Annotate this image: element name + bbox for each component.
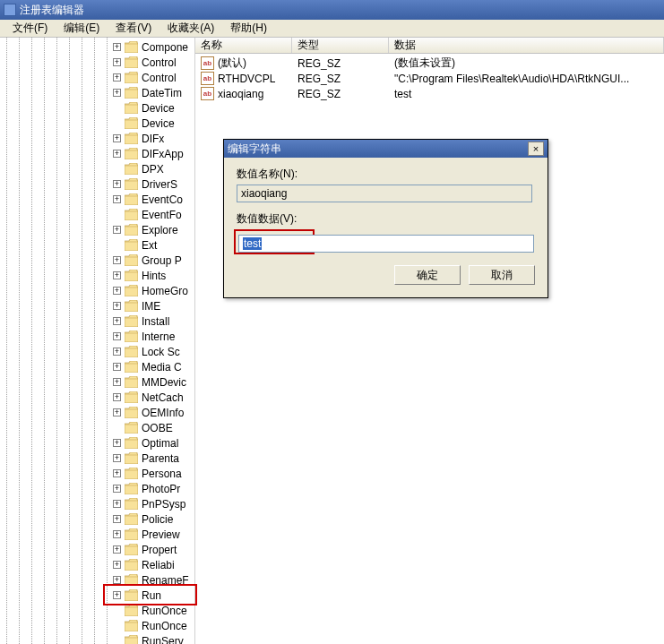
tree-item[interactable]: +IME [0,298,194,313]
menu-file[interactable]: 文件(F) [5,19,55,38]
expand-icon[interactable]: + [113,73,121,82]
tree-item[interactable]: +PnPSysp [0,496,194,511]
toggle-spacer [113,241,121,249]
col-header-type[interactable]: 类型 [292,38,389,53]
tree-item[interactable]: RunOnce [0,603,194,618]
tree-item[interactable]: +DIFxApp [0,146,194,161]
expand-icon[interactable]: + [113,576,121,584]
dialog-titlebar[interactable]: 编辑字符串 × [224,140,548,158]
tree-item-label: Compone [142,41,188,54]
tree-item[interactable]: +Optimal [0,435,194,451]
menu-view[interactable]: 查看(V) [108,19,159,38]
value-name-input[interactable]: xiaoqiang [237,185,532,202]
cancel-button[interactable]: 取消 [469,265,535,285]
tree-item[interactable]: +Hints [0,268,194,283]
tree-item[interactable]: +Group P [0,253,194,268]
tree-item[interactable]: +Parenta [0,451,194,466]
expand-icon[interactable]: + [113,271,121,279]
tree-item[interactable]: +Interne [0,329,194,344]
expand-icon[interactable]: + [113,485,121,493]
tree-item[interactable]: +Compone [0,39,194,55]
tree-item[interactable]: +Control [0,55,194,70]
tree-item[interactable]: +NetCach [0,390,194,405]
expand-icon[interactable]: + [113,500,121,508]
tree-item[interactable]: +Explore [0,222,194,237]
tree-item[interactable]: +Reliabi [0,557,194,572]
tree-item-label: Interne [142,331,175,343]
expand-icon[interactable]: + [113,469,121,477]
tree-item[interactable]: OOBE [0,420,194,435]
tree-item[interactable]: +Policie [0,511,194,527]
expand-icon[interactable]: + [113,195,121,203]
tree-item[interactable]: +Preview [0,527,194,542]
expand-icon[interactable]: + [113,530,121,538]
menu-edit[interactable]: 编辑(E) [56,19,107,38]
expand-icon[interactable]: + [113,180,121,188]
titlebar[interactable]: 注册表编辑器 [0,0,664,20]
menu-favorites[interactable]: 收藏夹(A) [160,19,221,38]
tree-item[interactable]: +Run [0,588,194,603]
folder-icon [125,224,138,236]
tree-item[interactable]: Device [0,116,194,131]
tree-item[interactable]: EventFo [0,207,194,222]
expand-icon[interactable]: + [113,58,121,66]
tree-item[interactable]: Ext [0,237,194,253]
tree-item[interactable]: DPX [0,161,194,176]
expand-icon[interactable]: + [113,561,121,569]
tree-item[interactable]: +Control [0,70,194,85]
tree-item[interactable]: Device [0,100,194,116]
expand-icon[interactable]: + [113,226,121,234]
tree-item[interactable]: +OEMInfo [0,405,194,420]
value-data-input[interactable]: test [238,235,534,253]
tree-item[interactable]: +DriverS [0,176,194,192]
list-pane[interactable]: 名称 类型 数据 ab(默认)REG_SZ(数值未设置)abRTHDVCPLRE… [195,38,664,644]
expand-icon[interactable]: + [113,515,121,523]
expand-icon[interactable]: + [113,591,121,599]
expand-icon[interactable]: + [113,150,121,158]
tree-item[interactable]: +Media C [0,359,194,374]
tree-pane[interactable]: +Compone+Control+Control+DateTimDeviceDe… [0,38,195,644]
close-icon[interactable]: × [528,142,544,156]
expand-icon[interactable]: + [113,89,121,97]
tree-item-label: PhotoPr [142,483,180,495]
tree-item-label: RenameF [142,574,189,587]
tree-item[interactable]: +Lock Sc [0,344,194,359]
col-header-data[interactable]: 数据 [389,38,664,53]
tree-item[interactable]: +PhotoPr [0,481,194,496]
tree-item[interactable]: +Persona [0,466,194,481]
list-row[interactable]: abxiaoqiangREG_SZtest [195,86,664,101]
expand-icon[interactable]: + [113,287,121,295]
expand-icon[interactable]: + [113,302,121,310]
tree-item[interactable]: RunServ [0,633,194,644]
string-value-icon: ab [201,72,214,85]
tree-item[interactable]: RunOnce [0,618,194,633]
expand-icon[interactable]: + [113,348,121,356]
tree-item[interactable]: +DIFx [0,131,194,146]
tree-item[interactable]: +DateTim [0,85,194,100]
expand-icon[interactable]: + [113,454,121,462]
list-row[interactable]: ab(默认)REG_SZ(数值未设置) [195,56,664,71]
list-row[interactable]: abRTHDVCPLREG_SZ"C:\Program Files\Realte… [195,71,664,86]
tree-item[interactable]: +RenameF [0,572,194,588]
expand-icon[interactable]: + [113,43,121,51]
expand-icon[interactable]: + [113,317,121,325]
col-header-name[interactable]: 名称 [195,38,292,53]
tree-item[interactable]: +HomeGro [0,283,194,298]
expand-icon[interactable]: + [113,256,121,264]
expand-icon[interactable]: + [113,439,121,447]
expand-icon[interactable]: + [113,545,121,554]
tree-item-label: DateTim [142,87,182,99]
expand-icon[interactable]: + [113,393,121,401]
tree-item[interactable]: +EventCo [0,192,194,207]
expand-icon[interactable]: + [113,134,121,142]
expand-icon[interactable]: + [113,363,121,371]
toggle-spacer [113,622,121,630]
menu-help[interactable]: 帮助(H) [223,19,274,38]
expand-icon[interactable]: + [113,332,121,340]
tree-item[interactable]: +MMDevic [0,374,194,390]
tree-item[interactable]: +Propert [0,542,194,557]
expand-icon[interactable]: + [113,378,121,386]
ok-button[interactable]: 确定 [394,265,461,285]
expand-icon[interactable]: + [113,408,121,416]
tree-item[interactable]: +Install [0,313,194,329]
